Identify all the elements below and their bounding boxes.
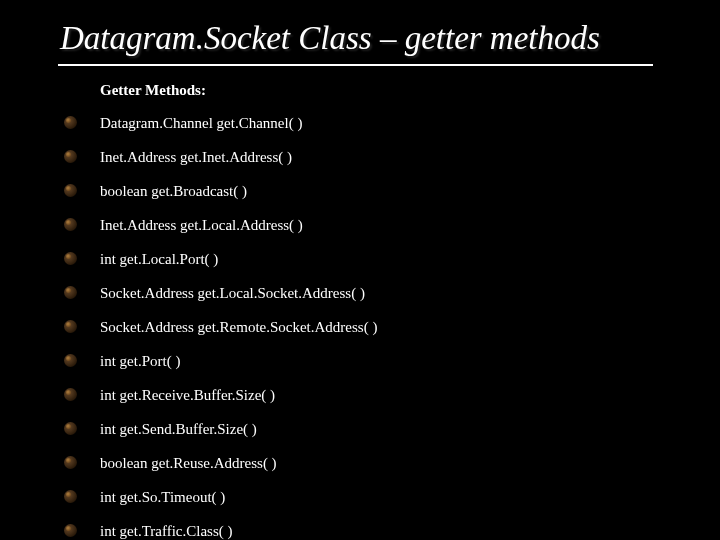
list-item-text: int get.Receive.Buffer.Size( ) bbox=[100, 385, 690, 405]
list-item-text: Socket.Address get.Remote.Socket.Address… bbox=[100, 317, 690, 337]
list-item-text: Datagram.Channel get.Channel( ) bbox=[100, 113, 690, 133]
slide-title: Datagram.Socket Class – getter methods bbox=[60, 20, 700, 57]
section-heading: Getter Methods: bbox=[100, 82, 690, 99]
list-item: boolean get.Broadcast( ) bbox=[100, 181, 690, 201]
list-item: int get.So.Timeout( ) bbox=[100, 487, 690, 507]
list-item: Socket.Address get.Remote.Socket.Address… bbox=[100, 317, 690, 337]
list-item: int get.Send.Buffer.Size( ) bbox=[100, 419, 690, 439]
list-item: Inet.Address get.Inet.Address( ) bbox=[100, 147, 690, 167]
list-item: boolean get.Reuse.Address( ) bbox=[100, 453, 690, 473]
list-item-text: Socket.Address get.Local.Socket.Address(… bbox=[100, 283, 690, 303]
list-item-text: int get.Local.Port( ) bbox=[100, 249, 690, 269]
list-item-text: int get.So.Timeout( ) bbox=[100, 487, 690, 507]
list-item-text: int get.Send.Buffer.Size( ) bbox=[100, 419, 690, 439]
list-item: int get.Receive.Buffer.Size( ) bbox=[100, 385, 690, 405]
bullet-icon bbox=[64, 184, 77, 197]
list-item-text: int get.Port( ) bbox=[100, 351, 690, 371]
list-item: Inet.Address get.Local.Address( ) bbox=[100, 215, 690, 235]
list-item-text: boolean get.Broadcast( ) bbox=[100, 181, 690, 201]
bullet-icon bbox=[64, 456, 77, 469]
list-item: Socket.Address get.Local.Socket.Address(… bbox=[100, 283, 690, 303]
bullet-icon bbox=[64, 422, 77, 435]
title-underline bbox=[58, 64, 653, 66]
bullet-icon bbox=[64, 388, 77, 401]
list-item-text: Inet.Address get.Inet.Address( ) bbox=[100, 147, 690, 167]
list-item: int get.Local.Port( ) bbox=[100, 249, 690, 269]
list-item-text: int get.Traffic.Class( ) bbox=[100, 521, 690, 540]
bullet-icon bbox=[64, 354, 77, 367]
content-area: Getter Methods: Datagram.Channel get.Cha… bbox=[100, 82, 690, 540]
bullet-icon bbox=[64, 252, 77, 265]
bullet-icon bbox=[64, 150, 77, 163]
list-item-text: boolean get.Reuse.Address( ) bbox=[100, 453, 690, 473]
bullet-icon bbox=[64, 490, 77, 503]
list-item: Datagram.Channel get.Channel( ) bbox=[100, 113, 690, 133]
list-item-text: Inet.Address get.Local.Address( ) bbox=[100, 215, 690, 235]
bullet-icon bbox=[64, 320, 77, 333]
slide: Datagram.Socket Class – getter methods G… bbox=[0, 0, 720, 540]
bullet-icon bbox=[64, 116, 77, 129]
bullet-icon bbox=[64, 218, 77, 231]
list-item: int get.Traffic.Class( ) bbox=[100, 521, 690, 540]
bullet-icon bbox=[64, 286, 77, 299]
list-item: int get.Port( ) bbox=[100, 351, 690, 371]
bullet-icon bbox=[64, 524, 77, 537]
